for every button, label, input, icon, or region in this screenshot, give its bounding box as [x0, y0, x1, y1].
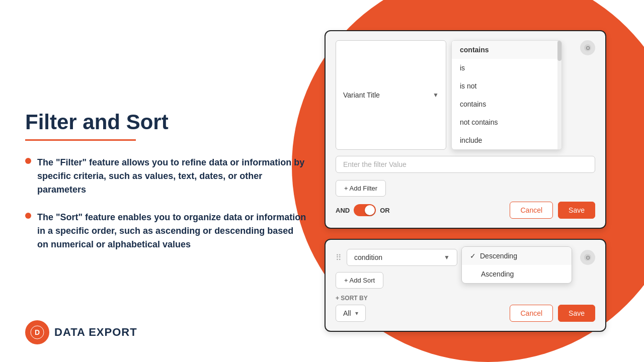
svg-text:⊙: ⊙: [586, 254, 590, 260]
or-label: OR: [380, 207, 390, 214]
variant-title-label: Variant Title: [343, 91, 380, 99]
chevron-down-icon: ▼: [444, 254, 450, 261]
dropdown-item-include[interactable]: include: [452, 131, 561, 149]
sort-save-button[interactable]: Save: [558, 305, 595, 322]
title-underline: [25, 139, 136, 141]
list-item: The "Sort" feature enables you to organi…: [25, 211, 307, 251]
chevron-down-icon: ▾: [355, 310, 358, 317]
dropdown-item-is-not[interactable]: is not: [452, 77, 561, 95]
filter-card-actions: Cancel Save: [510, 202, 595, 219]
list-item: The "Filter" feature allows you to refin…: [25, 156, 307, 197]
add-sort-button[interactable]: + Add Sort: [336, 272, 383, 289]
dropdown-item-contains-2[interactable]: contains: [452, 95, 561, 113]
sort-card: ⠿ condition ▼ ✓ Descending Ascending: [325, 239, 606, 332]
svg-text:⊙: ⊙: [586, 45, 590, 51]
bullet-list: The "Filter" feature allows you to refin…: [25, 156, 307, 251]
filter-card: Variant Title ▼ contains is is not conta…: [325, 30, 606, 229]
toggle-knob: [365, 205, 375, 215]
left-panel: Filter and Sort The "Filter" feature all…: [25, 0, 307, 362]
sort-ascending-item[interactable]: Ascending: [462, 265, 572, 283]
svg-text:D: D: [35, 328, 40, 336]
chevron-down-icon: ▼: [433, 92, 439, 99]
scrollbar-track[interactable]: [557, 41, 561, 149]
filter-type-dropdown-menu: contains is is not contains not contains…: [451, 40, 562, 150]
drag-handle-icon[interactable]: ⠿: [336, 253, 342, 262]
sort-by-section: + SORT BY All ▾ Cancel Save: [336, 295, 595, 322]
filter-and-or-row: AND OR Cancel Save: [336, 202, 595, 219]
dropdown-item-is[interactable]: is: [452, 59, 561, 77]
right-panel: Variant Title ▼ contains is is not conta…: [302, 0, 629, 362]
dropdown-item-contains-1[interactable]: contains: [452, 41, 561, 59]
delete-filter-icon[interactable]: ⊙: [580, 40, 595, 55]
bullet-dot: [25, 213, 31, 219]
and-or-toggle: AND OR: [336, 204, 390, 216]
filter-row: Variant Title ▼ contains is is not conta…: [336, 40, 595, 150]
condition-label: condition: [354, 253, 382, 261]
bullet-dot: [25, 158, 31, 164]
sort-by-label: + SORT BY: [336, 295, 595, 302]
delete-sort-icon[interactable]: ⊙: [580, 250, 595, 265]
dropdown-item-not-contains[interactable]: not contains: [452, 113, 561, 131]
sort-by-all-dropdown[interactable]: All ▾: [336, 305, 366, 322]
sort-cancel-button[interactable]: Cancel: [510, 305, 553, 322]
condition-dropdown[interactable]: condition ▼: [347, 249, 457, 266]
filter-value-input[interactable]: Enter the filter Value: [336, 156, 595, 173]
bullet-text-2: The "Sort" feature enables you to organi…: [37, 211, 307, 251]
add-filter-button[interactable]: + Add Filter: [336, 180, 386, 197]
sort-descending-item[interactable]: ✓ Descending: [462, 247, 572, 265]
descending-label: Descending: [480, 252, 517, 260]
checkmark-icon: ✓: [470, 252, 476, 260]
filter-save-button[interactable]: Save: [558, 202, 595, 219]
sort-by-value: All: [343, 309, 351, 317]
sort-row: ⠿ condition ▼ ✓ Descending Ascending: [336, 249, 595, 266]
variant-title-dropdown[interactable]: Variant Title ▼: [336, 40, 446, 150]
scrollbar-thumb[interactable]: [557, 41, 561, 61]
logo-area: D DATA EXPORT: [25, 320, 137, 344]
sort-card-actions: Cancel Save: [510, 305, 595, 322]
filter-footer: + Add Filter: [336, 180, 595, 197]
and-label: AND: [336, 207, 350, 214]
and-or-toggle-switch[interactable]: [354, 204, 376, 216]
filter-placeholder: Enter the filter Value: [343, 160, 407, 168]
filter-cancel-button[interactable]: Cancel: [510, 202, 553, 219]
bullet-text-1: The "Filter" feature allows you to refin…: [37, 156, 307, 197]
ascending-label: Ascending: [481, 270, 514, 278]
logo-text: DATA EXPORT: [54, 326, 137, 339]
page-title: Filter and Sort: [25, 111, 307, 134]
logo-icon: D: [25, 320, 49, 344]
sort-order-dropdown-menu: ✓ Descending Ascending: [461, 246, 572, 284]
